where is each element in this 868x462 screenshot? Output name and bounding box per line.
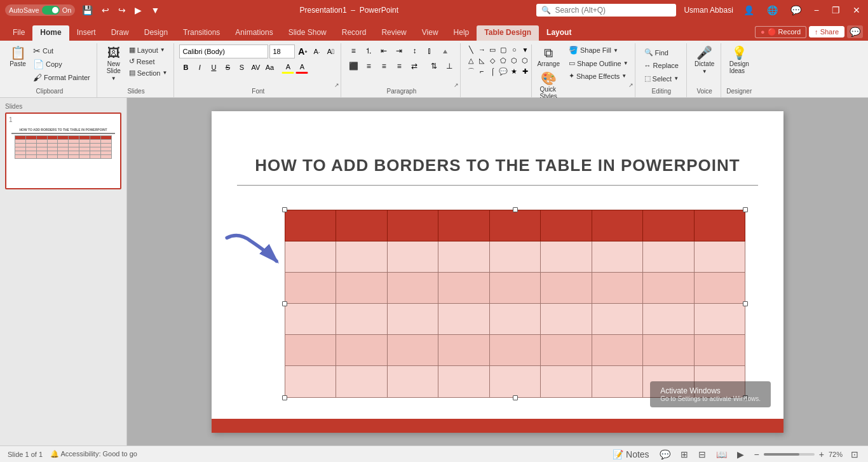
minimize-button[interactable]: − (811, 5, 822, 15)
cell-3-8[interactable] (643, 272, 694, 303)
tab-tabledesign[interactable]: Table Design (477, 25, 539, 41)
cell-1-9[interactable] (694, 210, 745, 241)
cell-5-4[interactable] (438, 335, 489, 366)
cell-5-8[interactable] (643, 335, 694, 366)
bold-button[interactable]: B (179, 61, 192, 74)
cell-1-5[interactable] (489, 210, 540, 241)
autosave-pill[interactable] (42, 6, 60, 15)
shadow-button[interactable]: S (235, 61, 248, 74)
cell-6-9[interactable] (694, 366, 745, 397)
tab-design[interactable]: Design (137, 25, 175, 41)
tab-help[interactable]: Help (446, 25, 477, 41)
cell-6-4[interactable] (438, 366, 489, 397)
handle-bm[interactable] (513, 395, 518, 400)
copy-button[interactable]: 📄 Copy (31, 58, 93, 71)
cell-2-1[interactable] (285, 241, 336, 272)
cell-1-2[interactable] (336, 210, 387, 241)
tab-review[interactable]: Review (374, 25, 414, 41)
new-slide-button[interactable]: 🖼 NewSlide ▼ (102, 44, 125, 83)
autosave-toggle[interactable]: AutoSave On (5, 4, 75, 16)
comments-status-button[interactable]: 💬 (658, 449, 672, 459)
cell-2-6[interactable] (541, 241, 592, 272)
cell-5-3[interactable] (387, 335, 438, 366)
cell-1-4[interactable] (438, 210, 489, 241)
customize-qat-button[interactable]: ▼ (149, 5, 161, 15)
bracket-shape[interactable]: ⌠ (487, 66, 498, 76)
arrange-button[interactable]: ⧉ Arrange (534, 44, 562, 69)
search-input[interactable] (555, 6, 656, 15)
hex-shape[interactable]: ⬡ (509, 55, 519, 65)
handle-tm[interactable] (513, 207, 518, 212)
text-direction-button[interactable]: ⇅ (427, 60, 441, 72)
cut-button[interactable]: ✂ Cut (31, 44, 93, 57)
clear-format-button[interactable]: A⃝ (324, 45, 337, 58)
zoom-out-button[interactable]: − (752, 449, 761, 459)
tab-layout[interactable]: Layout (539, 25, 579, 41)
comments-button[interactable]: 💬 (847, 25, 863, 38)
cell-5-7[interactable] (592, 335, 642, 366)
cell-5-9[interactable] (694, 335, 745, 366)
cell-2-4[interactable] (438, 241, 489, 272)
cell-4-5[interactable] (489, 303, 540, 334)
share-button[interactable]: ↑ Share (809, 26, 844, 37)
tab-insert[interactable]: Insert (69, 25, 104, 41)
strikethrough-button[interactable]: S (221, 61, 234, 74)
cell-2-8[interactable] (643, 241, 694, 272)
layout-button[interactable]: ▦ Layout ▼ (126, 44, 170, 55)
align-center-button[interactable]: ≡ (362, 60, 376, 72)
cell-6-3[interactable] (387, 366, 438, 397)
slide-table[interactable] (285, 210, 745, 398)
handle-br[interactable] (743, 395, 748, 400)
cell-1-6[interactable] (541, 210, 592, 241)
main-canvas[interactable]: HOW TO ADD BORDERS TO THE TABLE IN POWER… (127, 98, 868, 445)
smart-art-button[interactable]: ⟁ (438, 44, 452, 57)
save-button[interactable]: 💾 (80, 5, 95, 15)
bullets-button[interactable]: ≡ (346, 44, 360, 57)
handle-bl[interactable] (282, 395, 287, 400)
align-left-button[interactable]: ⬛ (346, 60, 360, 72)
design-ideas-button[interactable]: 💡 DesignIdeas (727, 44, 752, 76)
change-case-button[interactable]: Aa (263, 61, 276, 74)
cell-6-7[interactable] (592, 366, 642, 397)
fit-slide-button[interactable]: ⊡ (849, 449, 860, 459)
cell-3-9[interactable] (694, 272, 745, 303)
cell-6-6[interactable] (541, 366, 592, 397)
find-button[interactable]: 🔍 Find (641, 46, 672, 58)
tab-transitions[interactable]: Transitions (175, 25, 227, 41)
cell-6-8[interactable] (643, 366, 694, 397)
font-expand-icon[interactable]: ↗ (334, 82, 339, 88)
align-right-button[interactable]: ≡ (377, 60, 391, 72)
quick-styles-button[interactable]: 🎨 QuickStyles (534, 70, 562, 102)
line-shape[interactable]: ╲ (466, 44, 476, 55)
cell-3-3[interactable] (387, 272, 438, 303)
tab-record[interactable]: Record (334, 25, 374, 41)
cell-2-3[interactable] (387, 241, 438, 272)
numbering-button[interactable]: ⒈ (362, 44, 376, 57)
profile-icon[interactable]: 👤 (741, 5, 757, 15)
decrease-font-button[interactable]: A- (310, 45, 323, 58)
handle-tl[interactable] (282, 207, 287, 212)
tab-file[interactable]: File (5, 25, 32, 41)
restore-button[interactable]: ❐ (829, 5, 843, 15)
decrease-indent-button[interactable]: ⇤ (377, 44, 391, 57)
tri-shape[interactable]: △ (466, 55, 476, 65)
dictate-button[interactable]: 🎤 Dictate ▼ (692, 44, 717, 76)
cell-5-2[interactable] (336, 335, 387, 366)
pentagon-shape[interactable]: ⬠ (498, 55, 508, 65)
cell-3-6[interactable] (541, 272, 592, 303)
cell-3-4[interactable] (438, 272, 489, 303)
reading-view-button[interactable]: 📖 (714, 449, 729, 459)
cell-3-1[interactable] (285, 272, 336, 303)
cell-3-2[interactable] (336, 272, 387, 303)
diamond-shape[interactable]: ◇ (487, 55, 498, 65)
cell-3-7[interactable] (592, 272, 642, 303)
handle-ml[interactable] (282, 301, 287, 306)
tab-animations[interactable]: Animations (227, 25, 280, 41)
highlight-button[interactable]: A (281, 61, 294, 74)
drawing-expand-icon[interactable]: ↗ (628, 82, 634, 88)
cross-shape[interactable]: ✚ (520, 66, 530, 76)
present-button[interactable]: ▶ (133, 5, 144, 15)
cell-2-5[interactable] (489, 241, 540, 272)
shape-fill-button[interactable]: 🪣 Shape Fill ▼ (566, 44, 631, 56)
octa-shape[interactable]: ⬡ (520, 55, 530, 65)
